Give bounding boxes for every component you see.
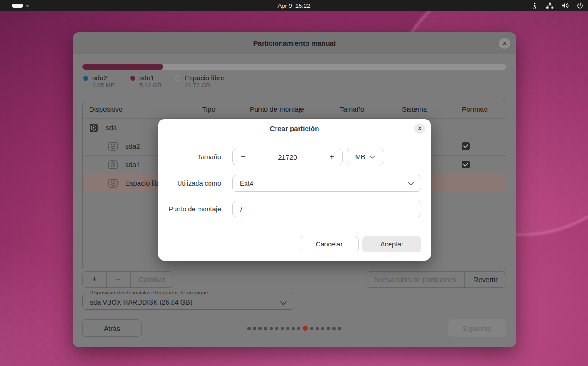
format-checkbox-checked[interactable] <box>462 161 470 168</box>
legend-name: sda2 <box>92 74 114 82</box>
legend-dot-sda1 <box>130 76 135 81</box>
top-bar: Apr 9 15:22 <box>0 0 588 11</box>
window-header: Particionamiento manual ✕ <box>73 32 516 54</box>
partition-usage-bar <box>82 64 506 70</box>
format-checkbox-checked[interactable] <box>462 142 470 150</box>
filesystem-select[interactable]: Ext4 <box>232 175 421 192</box>
column-header: Punto de montaje <box>250 105 340 113</box>
legend-size: 1.05 MB <box>92 82 114 89</box>
table-actions-group: Nueva tabla de particiones Revertir <box>366 271 506 288</box>
column-header: Formato <box>462 105 506 113</box>
used-as-label: Utilizada como: <box>158 175 223 192</box>
legend-size: 5.12 GB <box>139 82 162 89</box>
disk-icon <box>108 142 118 151</box>
legend-size: 21.72 GB <box>185 82 224 89</box>
page-dot <box>310 327 313 330</box>
system-tray[interactable] <box>531 0 583 11</box>
desktop: Apr 9 15:22 Particionamiento manual ✕ <box>0 0 588 366</box>
page-dot <box>264 327 267 330</box>
page-dot <box>332 327 336 330</box>
disk-icon <box>89 123 98 132</box>
disk-icon <box>108 160 118 169</box>
chevron-down-icon <box>408 179 421 187</box>
window-title: Particionamiento manual <box>253 39 336 47</box>
size-label: Tamaño: <box>158 149 223 165</box>
legend-name: sda1 <box>139 74 162 82</box>
page-dot <box>316 327 319 330</box>
size-row: Tamaño: − 21720 + MB <box>158 149 431 165</box>
accessibility-icon[interactable] <box>531 2 538 9</box>
legend-item-free-space: Espacio libre 21.72 GB <box>175 74 224 89</box>
remove-partition-button[interactable]: − <box>107 272 131 287</box>
table-header-row: Dispositivo Tipo Punto de montaje Tamaño… <box>83 100 506 119</box>
page-dot <box>338 327 341 330</box>
page-dot <box>286 327 289 330</box>
disk-icon <box>108 179 118 188</box>
mount-point-value: / <box>233 205 242 213</box>
dialog-close-button[interactable]: ✕ <box>414 123 425 134</box>
mount-point-input[interactable]: / <box>232 201 421 217</box>
device-name: sda <box>106 124 117 132</box>
legend-item-sda2: sda2 1.05 MB <box>83 74 114 89</box>
filesystem-value: Ext4 <box>233 180 408 187</box>
add-partition-button[interactable]: + <box>83 272 107 287</box>
create-partition-dialog: Crear partición ✕ Tamaño: − 21720 + MB U… <box>158 119 431 261</box>
bootloader-value: sda VBOX HARDDISK (26.84 GB) <box>83 297 280 306</box>
page-dot <box>281 327 284 330</box>
dialog-title: Crear partición <box>270 125 319 132</box>
size-decrement-button[interactable]: − <box>233 149 254 165</box>
page-dot <box>292 327 295 330</box>
power-icon[interactable] <box>577 2 583 9</box>
size-value[interactable]: 21720 <box>278 153 297 161</box>
new-partition-table-button[interactable]: Nueva tabla de particiones <box>366 272 465 287</box>
unit-select[interactable]: MB <box>347 149 384 165</box>
page-dot <box>247 327 251 330</box>
partition-edit-group: + − Cambiar <box>82 271 174 288</box>
page-dot <box>275 327 278 330</box>
mount-point-row: Punto de montaje: / <box>158 201 431 217</box>
page-dots <box>82 319 506 337</box>
revert-button[interactable]: Revertir <box>465 272 506 287</box>
change-partition-button[interactable]: Cambiar <box>131 272 174 287</box>
cancel-button[interactable]: Cancelar <box>300 236 359 252</box>
column-header: Dispositivo <box>83 105 202 113</box>
clock[interactable]: Apr 9 15:22 <box>0 2 588 9</box>
page-dot <box>253 327 256 330</box>
legend-dot-sda2 <box>83 76 88 81</box>
dialog-buttons: Cancelar Aceptar <box>300 236 421 252</box>
column-header: Tamaño <box>340 105 402 113</box>
device-name: sda1 <box>125 161 140 168</box>
legend-name: Espacio libre <box>185 74 224 82</box>
accept-button[interactable]: Aceptar <box>362 236 421 252</box>
window-close-button[interactable]: ✕ <box>499 38 510 49</box>
next-button[interactable]: Siguiente <box>448 319 506 337</box>
legend-dot-free-space <box>175 76 180 81</box>
partition-usage-fill <box>82 64 163 70</box>
column-header: Tipo <box>202 105 250 113</box>
size-increment-button[interactable]: + <box>321 149 342 165</box>
bootloader-field: sda VBOX HARDDISK (26.84 GB) Dispositivo… <box>82 290 294 310</box>
volume-icon[interactable] <box>562 2 569 9</box>
used-as-row: Utilizada como: Ext4 <box>158 175 431 192</box>
page-dot <box>258 327 262 330</box>
page-dot <box>327 327 330 330</box>
wizard-footer: Atrás Siguiente <box>82 319 506 337</box>
page-dot-active <box>303 326 308 331</box>
column-header: Sistema <box>402 105 462 113</box>
network-icon[interactable] <box>546 2 554 9</box>
bootloader-label: Dispositivo donde instalar el cargador d… <box>87 290 211 296</box>
chevron-down-icon <box>280 296 294 307</box>
size-spinner: − 21720 + <box>232 149 343 165</box>
device-name: sda2 <box>125 142 140 150</box>
chevron-down-icon <box>369 153 375 161</box>
legend-item-sda1: sda1 5.12 GB <box>130 74 162 89</box>
page-dot <box>270 327 273 330</box>
dialog-header: Crear partición ✕ <box>158 119 431 138</box>
unit-value: MB <box>355 153 366 161</box>
mount-point-label: Punto de montaje: <box>158 201 223 217</box>
partition-toolbar: + − Cambiar Nueva tabla de particiones R… <box>82 271 506 288</box>
page-dot <box>297 327 300 330</box>
page-dot <box>321 327 324 330</box>
